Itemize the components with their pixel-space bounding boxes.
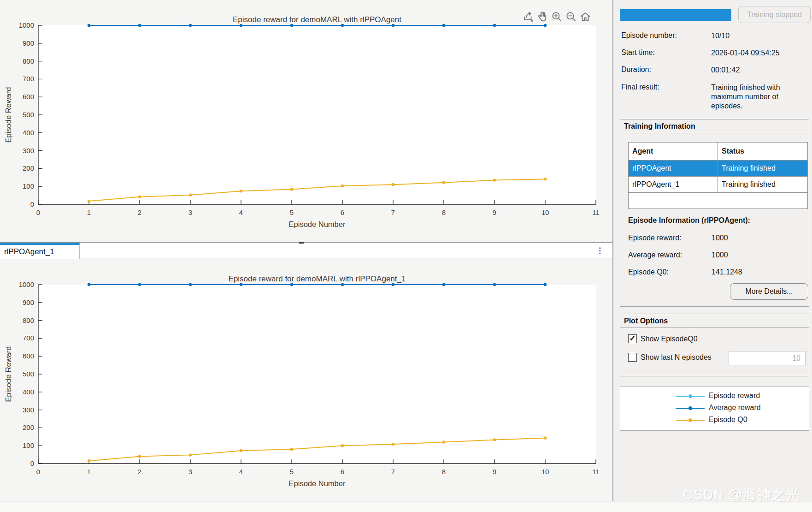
episode-reward-value: 1000 [712, 234, 728, 242]
table-row-rlppoagent[interactable]: rlPPOAgent Training finished [629, 161, 808, 177]
episode-q0-marker-swatch [688, 418, 692, 422]
svg-text:600: 600 [23, 93, 34, 101]
svg-text:4: 4 [239, 208, 243, 216]
show-last-n-label: Show last N episodes [641, 353, 712, 362]
table-empty-row [629, 193, 808, 209]
splitter-handle[interactable] [299, 242, 304, 244]
episode-reward-marker-swatch [688, 394, 692, 398]
episode-reward-label: Episode reward: [628, 234, 682, 242]
status-cell: Training finished [718, 177, 808, 193]
svg-text:1000: 1000 [19, 21, 34, 29]
watermark: CSDN @海神之光 [683, 486, 812, 505]
agents-status-table[interactable]: Agent Status rlPPOAgent Training finishe… [628, 142, 808, 209]
zoom-in-icon[interactable] [550, 9, 563, 24]
duration-value: 00:01:42 [711, 65, 807, 75]
start-time-label: Start time: [621, 48, 655, 57]
duration-label: Duration: [621, 65, 651, 74]
training-information-title: Training Information [620, 119, 809, 133]
svg-text:1: 1 [87, 208, 91, 216]
svg-text:4: 4 [239, 468, 243, 476]
svg-text:0: 0 [36, 468, 40, 476]
agent-cell[interactable]: rlPPOAgent [629, 161, 718, 177]
legend-label: Episode reward [709, 392, 760, 400]
svg-text:600: 600 [23, 352, 34, 360]
svg-text:700: 700 [23, 75, 34, 83]
legend-item-episode-q0: Episode Q0 [620, 415, 809, 426]
average-reward-marker-swatch [688, 406, 692, 410]
svg-text:8: 8 [442, 208, 446, 216]
zoom-out-icon[interactable] [564, 9, 577, 24]
svg-text:900: 900 [23, 39, 34, 47]
svg-text:0: 0 [30, 459, 34, 467]
charts-region: 0123456789101101002003004005006007008009… [0, 0, 612, 512]
svg-text:Episode reward for demoMARL wi: Episode reward for demoMARL with rlPPOAg… [233, 15, 401, 24]
svg-text:500: 500 [23, 370, 34, 378]
chart-tab-strip: rlPPOAgent_1 ⋮ [0, 242, 612, 258]
svg-text:Episode reward for demoMARL wi: Episode reward for demoMARL with rlPPOAg… [229, 274, 406, 283]
table-header-row: Agent Status [629, 143, 808, 161]
more-details-button[interactable]: More Details... [730, 283, 808, 300]
svg-text:6: 6 [341, 468, 344, 476]
agent-cell[interactable]: rlPPOAgent_1 [629, 177, 718, 193]
episode-information-title: Episode Information (rlPPOAgent): [628, 216, 750, 225]
svg-text:200: 200 [23, 164, 34, 172]
table-row-rlppoagent-1[interactable]: rlPPOAgent_1 Training finished [629, 177, 808, 193]
average-reward-label: Average reward: [628, 251, 682, 259]
svg-text:300: 300 [23, 147, 34, 155]
svg-text:9: 9 [493, 468, 496, 476]
svg-text:900: 900 [23, 298, 34, 306]
last-n-episodes-input[interactable] [729, 351, 806, 365]
legend-label: Episode Q0 [709, 416, 747, 424]
svg-text:5: 5 [290, 468, 294, 476]
show-last-n-checkbox[interactable] [628, 353, 637, 362]
svg-text:Episode Number: Episode Number [289, 479, 346, 488]
svg-text:Episode Reward: Episode Reward [4, 87, 12, 143]
axes-toolbar [521, 9, 592, 24]
status-column-header: Status [718, 143, 808, 161]
svg-text:5: 5 [290, 208, 294, 216]
reward-chart-rlppoagent: 0123456789101101002003004005006007008009… [0, 0, 613, 236]
legend-label: Average reward [709, 404, 761, 412]
svg-text:0: 0 [36, 208, 40, 216]
svg-text:7: 7 [391, 468, 395, 476]
legend-item-episode-reward: Episode reward [620, 391, 809, 402]
agent-column-header: Agent [629, 143, 718, 161]
show-episodeq0-checkbox[interactable] [628, 334, 637, 343]
episode-number-label: Episode number: [621, 31, 677, 40]
pan-icon[interactable] [535, 9, 549, 24]
svg-text:1: 1 [87, 468, 91, 476]
tab-label: rlPPOAgent_1 [4, 247, 54, 256]
svg-text:11: 11 [592, 468, 600, 476]
svg-text:700: 700 [23, 334, 34, 342]
average-reward-value: 1000 [712, 251, 728, 259]
start-time-value: 2026-01-04 09:54:25 [711, 48, 807, 58]
svg-text:Episode Number: Episode Number [289, 220, 346, 228]
svg-text:300: 300 [23, 406, 34, 414]
home-icon[interactable] [578, 9, 592, 24]
svg-text:800: 800 [23, 57, 34, 65]
export-icon[interactable] [521, 9, 535, 24]
final-result-value: Training finished with maximum number of… [711, 83, 807, 111]
svg-text:200: 200 [23, 423, 34, 431]
show-episodeq0-label: Show EpisodeQ0 [641, 335, 698, 343]
training-stopped-button[interactable]: Training stopped [738, 6, 811, 23]
training-progress-fill [620, 9, 731, 21]
svg-text:7: 7 [391, 208, 395, 216]
reward-chart-rlppoagent-1: 0123456789101101002003004005006007008009… [0, 259, 613, 495]
training-progress-bar [620, 9, 731, 21]
tab-rlppoagent-1[interactable]: rlPPOAgent_1 [0, 243, 80, 259]
tab-overflow-menu-icon[interactable]: ⋮ [594, 244, 606, 257]
svg-text:3: 3 [188, 208, 192, 216]
svg-text:3: 3 [188, 468, 192, 476]
final-result-label: Final result: [621, 83, 659, 91]
svg-text:1000: 1000 [19, 280, 34, 288]
episode-number-value: 10/10 [711, 31, 807, 41]
svg-text:10: 10 [541, 208, 549, 216]
svg-text:10: 10 [541, 468, 549, 476]
legend-item-average-reward: Average reward [620, 403, 809, 414]
svg-text:500: 500 [23, 111, 34, 119]
training-information-panel: Training Information Agent Status rlPPOA… [620, 119, 809, 307]
episode-q0-label: Episode Q0: [628, 268, 669, 276]
svg-text:Episode Reward: Episode Reward [4, 346, 12, 402]
chart-legend: Episode reward Average reward Episode Q0 [620, 387, 809, 431]
